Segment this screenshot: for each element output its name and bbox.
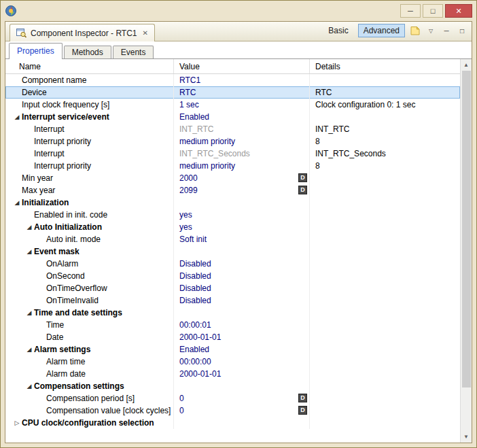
value-cell[interactable]: 2000-01-01 (174, 368, 310, 380)
table-row[interactable]: InterruptINT_RTCINT_RTC (5, 123, 460, 135)
value-cell[interactable]: 0D (174, 404, 310, 417)
table-row[interactable]: ◢Auto Initializationyes (5, 221, 460, 233)
table-row[interactable]: ◢Compensation settings (5, 380, 460, 392)
name-cell[interactable]: Min year (5, 172, 174, 184)
expand-collapse-icon[interactable]: ◢ (24, 380, 34, 392)
advanced-toggle-button[interactable]: Advanced (358, 24, 405, 37)
name-cell[interactable]: ◢Initialization (5, 196, 174, 209)
value-cell[interactable]: 1 sec (174, 99, 310, 111)
tab-methods[interactable]: Methods (64, 46, 111, 59)
window-close-button[interactable]: ✕ (445, 4, 472, 18)
expand-collapse-icon[interactable]: ◢ (24, 221, 34, 233)
name-cell[interactable]: Time (5, 319, 174, 331)
value-cell[interactable]: Enabled (174, 343, 310, 356)
name-cell[interactable]: Enabled in init. code (5, 209, 174, 221)
table-row[interactable]: InterruptINT_RTC_SecondsINT_RTC_Seconds (5, 148, 460, 160)
name-cell[interactable]: Device (5, 86, 174, 99)
value-cell[interactable]: INT_RTC_Seconds (174, 148, 310, 160)
value-cell[interactable]: yes (174, 209, 310, 221)
table-row[interactable]: Interrupt prioritymedium priority8 (5, 160, 460, 172)
name-cell[interactable]: Max year (5, 184, 174, 196)
table-row[interactable]: OnSecondDisabled (5, 270, 460, 282)
value-cell[interactable] (174, 307, 310, 319)
window-titlebar[interactable]: ─ □ ✕ (1, 1, 476, 21)
name-cell[interactable]: ◢Time and date settings (5, 307, 174, 319)
basic-toggle-button[interactable]: Basic (323, 24, 353, 37)
view-minimize-icon[interactable]: ─ (441, 25, 452, 36)
name-cell[interactable]: ◢Auto Initialization (5, 221, 174, 233)
table-row[interactable]: Min year2000D (5, 172, 460, 184)
sticky-note-icon[interactable] (410, 25, 421, 36)
tab-close-icon[interactable]: ✕ (143, 29, 148, 37)
table-row[interactable]: Input clock frequency [s]1 secClock conf… (5, 99, 460, 111)
value-cell[interactable]: Disabled (174, 270, 310, 282)
value-cell[interactable] (174, 245, 310, 258)
value-cell[interactable]: 00:00:01 (174, 319, 310, 331)
value-cell[interactable]: RTC1 (174, 74, 310, 86)
name-cell[interactable]: Input clock frequency [s] (5, 99, 174, 111)
vertical-scrollbar[interactable]: ▲ ▼ (460, 59, 472, 443)
value-cell[interactable] (174, 380, 310, 392)
scroll-down-icon[interactable]: ▼ (461, 431, 472, 443)
expand-collapse-icon[interactable]: ▷ (12, 417, 22, 429)
table-row[interactable]: Enabled in init. codeyes (5, 209, 460, 221)
value-cell[interactable]: Disabled (174, 258, 310, 270)
name-cell[interactable]: Alarm time (5, 356, 174, 368)
table-row[interactable]: ◢Initialization (5, 196, 460, 209)
name-cell[interactable]: Date (5, 331, 174, 343)
value-cell[interactable]: medium priority (174, 160, 310, 172)
default-value-button[interactable]: D (298, 406, 307, 415)
table-row[interactable]: OnTimeInvalidDisabled (5, 294, 460, 307)
value-cell[interactable]: RTC (174, 86, 310, 99)
table-row[interactable]: Max year2099D (5, 184, 460, 196)
value-cell[interactable]: 00:00:00 (174, 356, 310, 368)
table-row[interactable]: DeviceRTCRTC (5, 86, 460, 99)
table-row[interactable]: Compensation period [s]0D (5, 392, 460, 404)
name-cell[interactable]: Compensation period [s] (5, 392, 174, 404)
name-cell[interactable]: OnTimeInvalid (5, 294, 174, 307)
default-value-button[interactable]: D (298, 394, 307, 402)
table-row[interactable]: ◢Interrupt service/eventEnabled (5, 111, 460, 123)
table-row[interactable]: Alarm time00:00:00 (5, 356, 460, 368)
value-cell[interactable]: medium priority (174, 135, 310, 148)
name-cell[interactable]: Interrupt (5, 123, 174, 135)
value-cell[interactable]: Disabled (174, 282, 310, 294)
scroll-up-icon[interactable]: ▲ (461, 59, 472, 71)
view-menu-icon[interactable]: ▽ (425, 25, 436, 36)
scrollbar-thumb[interactable] (462, 71, 471, 387)
value-cell[interactable]: Enabled (174, 111, 310, 123)
window-minimize-button[interactable]: ─ (400, 4, 421, 18)
name-cell[interactable]: ◢Alarm settings (5, 343, 174, 356)
column-header-name[interactable]: Name (5, 59, 174, 73)
expand-collapse-icon[interactable]: ◢ (24, 245, 34, 258)
value-cell[interactable]: 0D (174, 392, 310, 404)
table-row[interactable]: Auto init. modeSoft init (5, 233, 460, 245)
expand-collapse-icon[interactable]: ◢ (24, 343, 34, 356)
tab-properties[interactable]: Properties (9, 43, 63, 59)
value-cell[interactable]: INT_RTC (174, 123, 310, 135)
view-maximize-icon[interactable]: □ (457, 25, 467, 36)
value-cell[interactable]: Soft init (174, 233, 310, 245)
window-maximize-button[interactable]: □ (423, 4, 443, 18)
value-cell[interactable] (174, 196, 310, 209)
table-row[interactable]: Component nameRTC1 (5, 74, 460, 86)
column-header-value[interactable]: Value (174, 59, 310, 73)
table-row[interactable]: Interrupt prioritymedium priority8 (5, 135, 460, 148)
name-cell[interactable]: ◢Interrupt service/event (5, 111, 174, 123)
value-cell[interactable] (174, 417, 310, 429)
expand-collapse-icon[interactable]: ◢ (12, 196, 22, 209)
name-cell[interactable]: ◢Compensation settings (5, 380, 174, 392)
value-cell[interactable]: 2099D (174, 184, 310, 196)
value-cell[interactable]: yes (174, 221, 310, 233)
name-cell[interactable]: Compensation value [clock cycles] (5, 404, 174, 417)
table-row[interactable]: ◢Time and date settings (5, 307, 460, 319)
expand-collapse-icon[interactable]: ◢ (12, 111, 22, 123)
table-row[interactable]: Date2000-01-01 (5, 331, 460, 343)
tab-component-inspector[interactable]: Component Inspector - RTC1 ✕ (10, 24, 155, 41)
tab-events[interactable]: Events (113, 46, 154, 59)
table-row[interactable]: Time00:00:01 (5, 319, 460, 331)
name-cell[interactable]: Alarm date (5, 368, 174, 380)
value-cell[interactable]: 2000-01-01 (174, 331, 310, 343)
name-cell[interactable]: Auto init. mode (5, 233, 174, 245)
name-cell[interactable]: Component name (5, 74, 174, 86)
